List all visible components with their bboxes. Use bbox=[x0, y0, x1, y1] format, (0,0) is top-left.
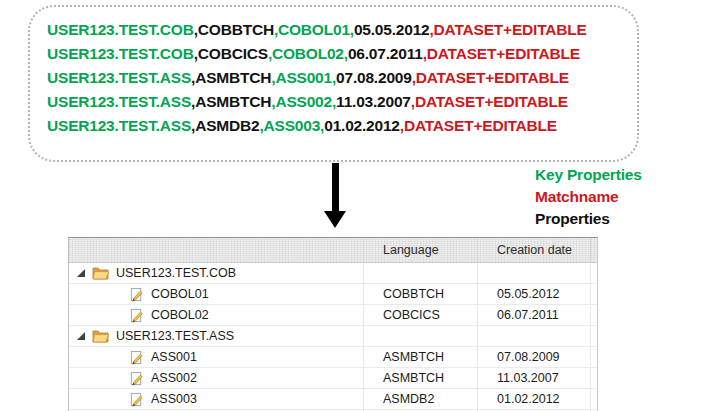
member-key: ,COBOL02, bbox=[268, 45, 348, 62]
column-header-tree[interactable] bbox=[69, 238, 364, 262]
csv-record-line: USER123.TEST.ASS,ASMBTCH,ASS001,07.08.20… bbox=[47, 66, 637, 90]
member-key: ,ASS002, bbox=[271, 93, 336, 110]
table-row-member[interactable]: COBOL02 COBCICS 06.07.2011 bbox=[69, 305, 597, 326]
creation-date-cell: 05.05.2012 bbox=[478, 284, 591, 304]
member-key: ,ASS001, bbox=[271, 69, 336, 86]
language-prop: ,COBCICS bbox=[194, 45, 268, 62]
legend-key-properties: Key Properties bbox=[535, 164, 642, 186]
language-cell: ASMBTCH bbox=[364, 347, 478, 367]
csv-record-line: USER123.TEST.ASS,ASMDB2,ASS003,01.02.201… bbox=[47, 114, 637, 138]
csv-record-line: USER123.TEST.COB,COBCICS,COBOL02,06.07.2… bbox=[47, 42, 637, 66]
dataset-key: USER123.TEST.ASS bbox=[47, 117, 191, 134]
table-row-member[interactable]: ASS001 ASMBTCH 07.08.2009 bbox=[69, 347, 597, 368]
date-prop: 05.05.2012 bbox=[354, 21, 430, 38]
column-header-creation-date[interactable]: Creation date bbox=[478, 238, 591, 262]
date-prop: 07.08.2009 bbox=[336, 69, 412, 86]
member-name[interactable]: ASS002 bbox=[151, 371, 197, 385]
matchname: ,DATASET+EDITABLE bbox=[411, 93, 568, 110]
expanded-arrow-icon[interactable] bbox=[77, 332, 85, 340]
table-header: Language Creation date bbox=[69, 238, 597, 263]
editable-member-icon bbox=[129, 287, 144, 302]
figure-canvas: USER123.TEST.COB,COBBTCH,COBOL01,05.05.2… bbox=[0, 0, 705, 411]
dataset-name[interactable]: USER123.TEST.COB bbox=[116, 266, 236, 280]
creation-date-cell: 07.08.2009 bbox=[478, 347, 591, 367]
creation-date-cell: 06.07.2011 bbox=[478, 305, 591, 325]
open-folder-icon bbox=[92, 329, 109, 343]
creation-date-cell: 11.03.2007 bbox=[478, 368, 591, 388]
member-key: ,ASS003, bbox=[259, 117, 324, 134]
member-name[interactable]: ASS001 bbox=[151, 350, 197, 364]
member-name[interactable]: COBOL01 bbox=[151, 287, 209, 301]
language-prop: ,ASMDB2 bbox=[191, 117, 259, 134]
csv-records-box: USER123.TEST.COB,COBBTCH,COBOL01,05.05.2… bbox=[28, 5, 639, 162]
date-prop: 06.07.2011 bbox=[348, 45, 423, 62]
member-name[interactable]: ASS003 bbox=[151, 392, 197, 406]
table-row-member[interactable]: ASS002 ASMBTCH 11.03.2007 bbox=[69, 368, 597, 389]
dataset-key: USER123.TEST.COB bbox=[47, 21, 194, 38]
table-row-member[interactable]: COBOL01 COBBTCH 05.05.2012 bbox=[69, 284, 597, 305]
member-name[interactable]: COBOL02 bbox=[151, 308, 209, 322]
editable-member-icon bbox=[129, 392, 144, 407]
column-header-language[interactable]: Language bbox=[364, 238, 478, 262]
dataset-key: USER123.TEST.ASS bbox=[47, 93, 191, 110]
expanded-arrow-icon[interactable] bbox=[77, 269, 85, 277]
language-cell: ASMBTCH bbox=[364, 368, 478, 388]
legend-properties: Properties bbox=[535, 208, 642, 230]
creation-date-cell bbox=[478, 263, 591, 283]
date-prop: 11.03.2007 bbox=[336, 93, 411, 110]
language-cell: ASMDB2 bbox=[364, 389, 478, 409]
dataset-key: USER123.TEST.COB bbox=[47, 45, 194, 62]
editable-member-icon bbox=[129, 350, 144, 365]
matchname: ,DATASET+EDITABLE bbox=[430, 21, 587, 38]
dataset-name[interactable]: USER123.TEST.ASS bbox=[116, 329, 234, 343]
member-key: ,COBOL01, bbox=[274, 21, 354, 38]
date-prop: 01.02.2012 bbox=[324, 117, 400, 134]
matchname: ,DATASET+EDITABLE bbox=[400, 117, 557, 134]
table-row-group[interactable]: USER123.TEST.COB bbox=[69, 263, 597, 284]
language-cell: COBBTCH bbox=[364, 284, 478, 304]
csv-record-line: USER123.TEST.COB,COBBTCH,COBOL01,05.05.2… bbox=[47, 18, 637, 42]
down-arrow-icon bbox=[332, 163, 339, 212]
csv-record-line: USER123.TEST.ASS,ASMBTCH,ASS002,11.03.20… bbox=[47, 90, 637, 114]
matchname: ,DATASET+EDITABLE bbox=[423, 45, 580, 62]
down-arrow-head-icon bbox=[324, 211, 346, 228]
matchname: ,DATASET+EDITABLE bbox=[412, 69, 569, 86]
language-prop: ,ASMBTCH bbox=[191, 69, 271, 86]
table-row-member[interactable]: ASS003 ASMDB2 01.02.2012 bbox=[69, 389, 597, 410]
language-cell bbox=[364, 326, 478, 346]
editable-member-icon bbox=[129, 371, 144, 386]
language-prop: ,ASMBTCH bbox=[191, 93, 271, 110]
creation-date-cell: 01.02.2012 bbox=[478, 389, 591, 409]
table-row-group[interactable]: USER123.TEST.ASS bbox=[69, 326, 597, 347]
dataset-key: USER123.TEST.ASS bbox=[47, 69, 191, 86]
editable-member-icon bbox=[129, 308, 144, 323]
language-cell bbox=[364, 263, 478, 283]
creation-date-cell bbox=[478, 326, 591, 346]
members-tree-table[interactable]: Language Creation date USER123.TEST.COB bbox=[68, 237, 598, 411]
open-folder-icon bbox=[92, 266, 109, 280]
legend-matchname: Matchname bbox=[535, 186, 642, 208]
color-legend: Key Properties Matchname Properties bbox=[535, 164, 642, 230]
language-cell: COBCICS bbox=[364, 305, 478, 325]
language-prop: ,COBBTCH bbox=[194, 21, 274, 38]
